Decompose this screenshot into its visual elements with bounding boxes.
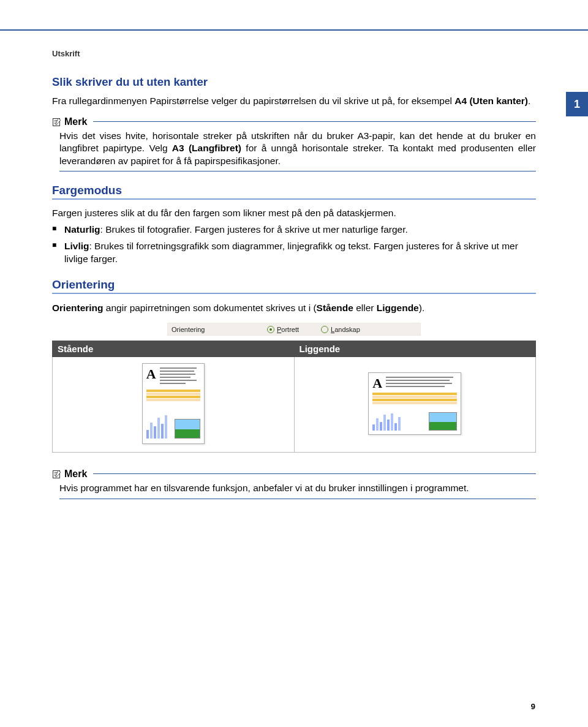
radio-group-label: Orientering bbox=[172, 326, 245, 333]
fargemodus-intro: Fargen justeres slik at du får den farge… bbox=[52, 207, 536, 220]
note-icon bbox=[52, 469, 62, 479]
chapter-number: 1 bbox=[574, 98, 580, 111]
note1-bold: A3 (Langfibret) bbox=[172, 143, 241, 153]
section-label: Utskrift bbox=[52, 49, 536, 58]
borderless-option: A4 (Uten kanter) bbox=[454, 96, 528, 106]
fargemodus-item-label-0: Naturlig bbox=[64, 224, 100, 235]
note-rule-1 bbox=[93, 121, 536, 122]
note-icon bbox=[52, 117, 62, 127]
radio-opt1-text: Portrett bbox=[277, 326, 299, 333]
chapter-tab: 1 bbox=[566, 92, 588, 116]
note-block-2: Merk Hvis programmet har en tilsvarende … bbox=[52, 469, 536, 499]
fargemodus-item-label-1: Livlig bbox=[64, 241, 89, 251]
orient-post: ). bbox=[419, 303, 424, 313]
page-content: Utskrift Slik skriver du ut uten kanter … bbox=[52, 49, 536, 505]
radio-option-portrait[interactable]: Portrett bbox=[267, 326, 299, 333]
borderless-body-prefix: Fra rullegardinmenyen Papirstørrelse vel… bbox=[52, 96, 454, 106]
borderless-body: Fra rullegardinmenyen Papirstørrelse vel… bbox=[52, 95, 536, 108]
landscape-preview-icon: A bbox=[368, 372, 461, 435]
radio-dot-icon bbox=[321, 326, 328, 333]
orientering-sentence: Orientering angir papirretningen som dok… bbox=[52, 303, 536, 314]
portrait-preview-icon: A bbox=[142, 363, 205, 444]
fargemodus-item-text-0: : Brukes til fotografier. Fargen justere… bbox=[100, 224, 408, 235]
radio-dot-selected-icon bbox=[267, 326, 274, 333]
heading-fargemodus: Fargemodus bbox=[52, 184, 536, 200]
orient-mid: angir papirretningen som dokumentet skri… bbox=[104, 303, 317, 313]
orient-opt1: Stående bbox=[317, 303, 353, 313]
radio-option-landscape[interactable]: Landskap bbox=[321, 326, 360, 333]
fargemodus-item-text-1: : Brukes til forretningsgrafikk som diag… bbox=[64, 241, 518, 264]
orientation-table: Stående Liggende A bbox=[52, 341, 536, 453]
heading-borderless: Slik skriver du ut uten kanter bbox=[52, 75, 536, 89]
note-block-1: Merk Hvis det vises hvite, horisontale s… bbox=[52, 116, 536, 171]
note-header-2: Merk bbox=[52, 469, 536, 480]
orient-opt2: Liggende bbox=[377, 303, 419, 313]
portrait-cell: A bbox=[53, 357, 295, 453]
note-rule-2 bbox=[93, 473, 536, 475]
note-label-1: Merk bbox=[64, 116, 87, 127]
note-body-2: Hvis programmet har en tilsvarende funks… bbox=[59, 482, 536, 499]
note-header-1: Merk bbox=[52, 116, 536, 127]
orientation-radio-screenshot: Orientering Portrett Landskap bbox=[167, 323, 421, 336]
orient-pre: Orientering bbox=[52, 303, 104, 313]
top-rule bbox=[0, 29, 588, 31]
orient-or: eller bbox=[353, 303, 377, 313]
fargemodus-list: Naturlig: Brukes til fotografier. Fargen… bbox=[52, 224, 536, 266]
note-body-1: Hvis det vises hvite, horisontale streke… bbox=[59, 130, 536, 171]
landscape-cell: A bbox=[294, 357, 536, 453]
list-item: Livlig: Brukes til forretningsgrafikk so… bbox=[52, 240, 536, 266]
heading-orientering: Orientering bbox=[52, 278, 536, 294]
orient-col2: Liggende bbox=[294, 341, 536, 357]
note-label-2: Merk bbox=[64, 469, 87, 480]
orient-col1: Stående bbox=[53, 341, 295, 357]
borderless-body-suffix: . bbox=[528, 96, 530, 106]
radio-opt2-text: Landskap bbox=[331, 326, 360, 333]
list-item: Naturlig: Brukes til fotografier. Fargen… bbox=[52, 224, 536, 236]
page-number: 9 bbox=[531, 702, 535, 711]
